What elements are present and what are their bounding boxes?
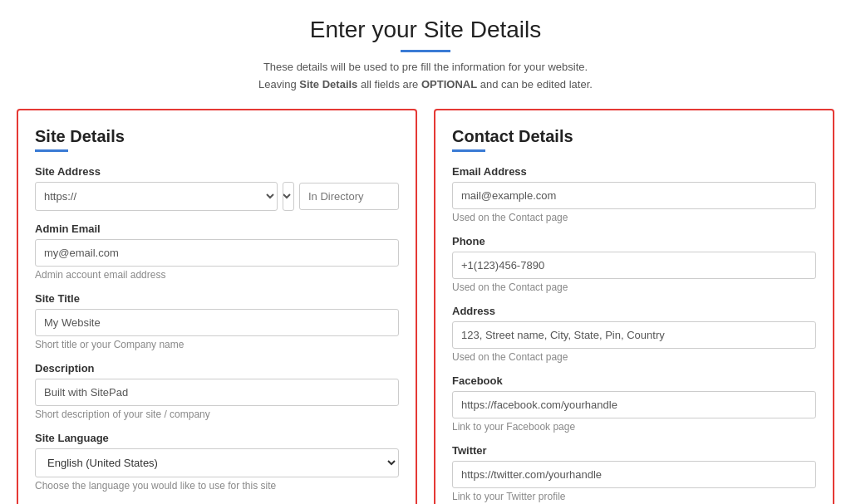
page-header: Enter your Site Details These details wi… (17, 17, 834, 94)
twitter-label: Twitter (452, 444, 816, 457)
site-title-input[interactable] (35, 309, 399, 336)
protocol-select[interactable]: https:// http:// (35, 182, 278, 211)
admin-email-hint: Admin account email address (35, 269, 399, 281)
admin-email-field: Admin Email Admin account email address (35, 223, 399, 281)
site-address-label: Site Address (35, 165, 399, 178)
site-address-row: https:// http:// webhostingtesthb.xyz (35, 182, 399, 211)
site-address-field: Site Address https:// http:// webhosting… (35, 165, 399, 211)
phone-input[interactable] (452, 252, 816, 279)
twitter-input[interactable] (452, 461, 816, 488)
page-subtitle: These details will be used to pre fill t… (17, 59, 834, 94)
address-hint: Used on the Contact page (452, 351, 816, 363)
site-title-field: Site Title Short title or your Company n… (35, 292, 399, 350)
page-title: Enter your Site Details (17, 17, 834, 43)
contact-details-panel: Contact Details Email Address Used on th… (434, 109, 834, 504)
site-language-select[interactable]: English (United States) French Spanish G… (35, 448, 399, 477)
description-hint: Short description of your site / company (35, 409, 399, 420)
phone-hint: Used on the Contact page (452, 281, 816, 293)
contact-email-field: Email Address Used on the Contact page (452, 165, 816, 223)
site-language-hint: Choose the language you would like to us… (35, 480, 399, 492)
admin-email-label: Admin Email (35, 223, 399, 235)
contact-details-underline (452, 149, 485, 152)
twitter-hint: Link to your Twitter profile (452, 491, 816, 502)
site-title-hint: Short title or your Company name (35, 339, 399, 350)
facebook-hint: Link to your Facebook page (452, 421, 816, 433)
description-input[interactable] (35, 379, 399, 406)
facebook-field: Facebook Link to your Facebook page (452, 374, 816, 433)
contact-details-title: Contact Details (452, 127, 816, 146)
site-details-underline (35, 149, 68, 152)
site-details-panel: Site Details Site Address https:// http:… (17, 109, 417, 504)
site-details-title: Site Details (35, 127, 399, 146)
site-language-label: Site Language (35, 432, 399, 444)
description-field: Description Short description of your si… (35, 362, 399, 420)
phone-field: Phone Used on the Contact page (452, 235, 816, 293)
contact-email-label: Email Address (452, 165, 816, 178)
contact-email-input[interactable] (452, 182, 816, 209)
twitter-field: Twitter Link to your Twitter profile (452, 444, 816, 502)
facebook-label: Facebook (452, 374, 816, 387)
directory-input[interactable] (299, 183, 399, 210)
address-label: Address (452, 305, 816, 317)
domain-select[interactable]: webhostingtesthb.xyz (283, 182, 294, 211)
site-title-label: Site Title (35, 292, 399, 305)
main-content: Site Details Site Address https:// http:… (17, 109, 834, 504)
site-language-field: Site Language English (United States) Fr… (35, 432, 399, 492)
contact-email-hint: Used on the Contact page (452, 212, 816, 223)
title-underline (401, 50, 450, 52)
address-field: Address Used on the Contact page (452, 305, 816, 363)
facebook-input[interactable] (452, 391, 816, 418)
admin-email-input[interactable] (35, 239, 399, 267)
description-label: Description (35, 362, 399, 374)
phone-label: Phone (452, 235, 816, 247)
address-input[interactable] (452, 321, 816, 349)
